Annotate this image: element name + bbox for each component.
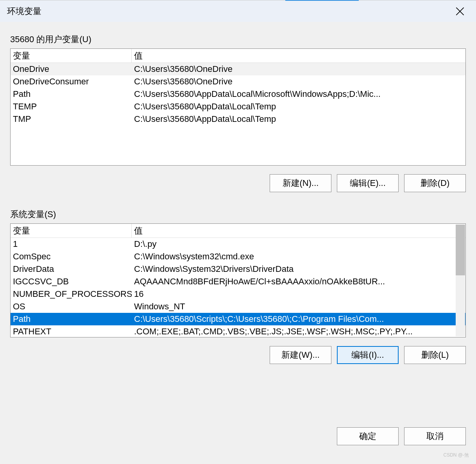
cell-variable: IGCCSVC_DB — [11, 277, 132, 287]
cell-variable: PATHEXT — [11, 327, 132, 337]
cell-value: Windows_NT — [132, 302, 465, 312]
cell-variable: NUMBER_OF_PROCESSORS — [11, 289, 132, 299]
cell-value: C:\Users\35680\AppData\Local\Microsoft\W… — [132, 89, 465, 99]
dialog-buttons: 确定 取消 — [337, 427, 466, 445]
close-button[interactable] — [451, 2, 469, 20]
user-buttons: 新建(N)... 编辑(E)... 删除(D) — [10, 174, 466, 192]
cell-variable: TEMP — [11, 102, 132, 112]
cell-variable: TMP — [11, 114, 132, 124]
scroll-thumb[interactable] — [456, 225, 465, 275]
header-value[interactable]: 值 — [132, 49, 465, 62]
user-edit-button[interactable]: 编辑(E)... — [337, 174, 399, 192]
cell-value: 16 — [132, 289, 465, 299]
table-row[interactable]: 1D:\.py — [11, 238, 465, 250]
cell-variable: 1 — [11, 239, 132, 249]
system-section-label: 系统变量(S) — [10, 209, 466, 220]
header-variable[interactable]: 变量 — [11, 49, 132, 62]
user-delete-button[interactable]: 删除(D) — [404, 174, 466, 192]
cell-variable: Path — [11, 89, 132, 99]
table-row[interactable]: TEMPC:\Users\35680\AppData\Local\Temp — [11, 100, 465, 113]
cell-value: .COM;.EXE;.BAT;.CMD;.VBS;.VBE;.JS;.JSE;.… — [132, 327, 465, 337]
system-delete-button[interactable]: 删除(L) — [404, 346, 466, 364]
table-row[interactable]: TMPC:\Users\35680\AppData\Local\Temp — [11, 113, 465, 125]
table-row[interactable]: OneDriveConsumerC:\Users\35680\OneDrive — [11, 75, 465, 88]
header-variable[interactable]: 变量 — [11, 224, 132, 237]
system-buttons: 新建(W)... 编辑(I)... 删除(L) — [10, 346, 466, 364]
window-accent — [285, 0, 359, 1]
dialog-body: 35680 的用户变量(U) 变量 值 OneDriveC:\Users\356… — [0, 22, 476, 364]
cell-variable: OneDrive — [11, 64, 132, 74]
ok-button[interactable]: 确定 — [337, 427, 399, 445]
cell-value: D:\.py — [132, 239, 465, 249]
table-row[interactable]: PATHEXT.COM;.EXE;.BAT;.CMD;.VBS;.VBE;.JS… — [11, 325, 465, 338]
user-section-label: 35680 的用户变量(U) — [10, 34, 466, 45]
table-row[interactable]: OneDriveC:\Users\35680\OneDrive — [11, 63, 465, 75]
cell-value: C:\Users\35680\OneDrive — [132, 77, 465, 87]
cell-variable: ComSpec — [11, 252, 132, 262]
cancel-button[interactable]: 取消 — [404, 427, 466, 445]
close-icon — [456, 7, 464, 16]
titlebar: 环境变量 — [0, 0, 476, 22]
cell-variable: OS — [11, 302, 132, 312]
user-list-header: 变量 值 — [11, 49, 465, 63]
watermark: CSDN @-煞 — [443, 452, 469, 459]
table-row[interactable]: NUMBER_OF_PROCESSORS16 — [11, 288, 465, 300]
system-list-header: 变量 值 — [11, 224, 465, 238]
table-row[interactable]: IGCCSVC_DBAQAAANCMnd8BFdERjHoAwE/Cl+sBAA… — [11, 275, 465, 288]
cell-variable: Path — [11, 314, 132, 324]
system-variables-list[interactable]: 变量 值 1D:\.pyComSpecC:\Windows\system32\c… — [10, 223, 466, 337]
table-row[interactable]: OSWindows_NT — [11, 300, 465, 313]
cell-value: C:\Users\35680\Scripts\;C:\Users\35680\;… — [132, 314, 465, 324]
cell-value: C:\Users\35680\AppData\Local\Temp — [132, 102, 465, 112]
cell-variable: OneDriveConsumer — [11, 77, 132, 87]
cell-value: C:\Users\35680\OneDrive — [132, 64, 465, 74]
table-row[interactable]: ComSpecC:\Windows\system32\cmd.exe — [11, 250, 465, 263]
table-row[interactable]: PathC:\Users\35680\AppData\Local\Microso… — [11, 88, 465, 100]
table-row[interactable]: DriverDataC:\Windows\System32\Drivers\Dr… — [11, 263, 465, 275]
user-rows: OneDriveC:\Users\35680\OneDriveOneDriveC… — [11, 63, 465, 125]
cell-value: C:\Users\35680\AppData\Local\Temp — [132, 114, 465, 124]
window-title: 环境变量 — [7, 5, 41, 17]
table-row[interactable]: PathC:\Users\35680\Scripts\;C:\Users\356… — [11, 313, 465, 325]
cell-value: AQAAANCMnd8BFdERjHoAwE/Cl+sBAAAAxxio/nOA… — [132, 277, 465, 287]
user-variables-list[interactable]: 变量 值 OneDriveC:\Users\35680\OneDriveOneD… — [10, 48, 466, 166]
cell-value: C:\Windows\System32\Drivers\DriverData — [132, 264, 465, 274]
user-new-button[interactable]: 新建(N)... — [270, 174, 331, 192]
system-rows: 1D:\.pyComSpecC:\Windows\system32\cmd.ex… — [11, 238, 465, 338]
scrollbar[interactable] — [456, 225, 465, 336]
system-edit-button[interactable]: 编辑(I)... — [337, 346, 399, 364]
system-new-button[interactable]: 新建(W)... — [270, 346, 331, 364]
cell-variable: DriverData — [11, 264, 132, 274]
cell-value: C:\Windows\system32\cmd.exe — [132, 252, 465, 262]
header-value[interactable]: 值 — [132, 224, 465, 237]
